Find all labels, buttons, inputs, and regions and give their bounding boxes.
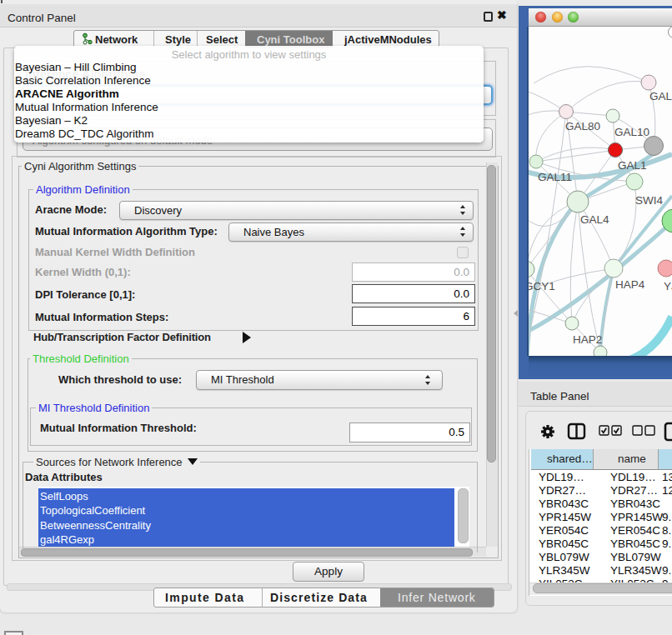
svg-text:GAL1: GAL1 [618, 159, 647, 172]
svg-text:GAL80: GAL80 [565, 120, 600, 132]
svg-text:HAP2: HAP2 [573, 333, 602, 346]
svg-text:YJ: YJ [664, 280, 672, 292]
svg-text:GAL4: GAL4 [580, 213, 609, 226]
svg-text:SWI4: SWI4 [635, 194, 663, 207]
svg-text:GCY1: GCY1 [529, 280, 555, 292]
svg-text:GAL11: GAL11 [538, 171, 572, 183]
svg-text:GAL2: GAL2 [649, 90, 672, 102]
svg-text:HAP4: HAP4 [615, 278, 645, 291]
svg-text:GAL10: GAL10 [614, 126, 649, 138]
